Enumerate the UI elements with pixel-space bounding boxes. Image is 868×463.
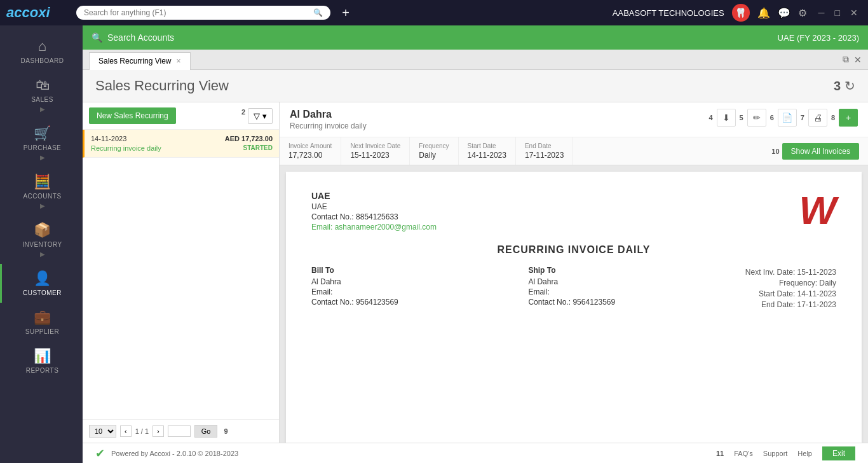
page-title: Sales Recurring View [95, 78, 229, 94]
page-info: 1 / 1 [135, 427, 149, 435]
show-all-invoices-button[interactable]: Show All Invoices [782, 143, 859, 160]
window-controls: ─ □ ✕ [815, 6, 862, 19]
tab-close-icon[interactable]: × [177, 57, 181, 66]
top-bar: accoxi 🔍 + AABASOFT TECHNOLOGIES 🦷 🔔 💬 ⚙… [0, 0, 868, 25]
step-6-label: 6 [770, 114, 774, 121]
step-5-label: 5 [740, 114, 743, 121]
detail-title: Al Dahra [290, 109, 367, 120]
ship-to-name: Al Dahra [528, 277, 745, 286]
fiscal-year-label: UAE (FY 2023 - 2023) [778, 33, 859, 43]
download-button[interactable]: ⬇ [717, 109, 736, 127]
reports-icon: 📊 [34, 348, 51, 364]
search-accounts-area[interactable]: 🔍 Search Accounts [92, 32, 174, 43]
refresh-button[interactable]: ↻ [844, 78, 855, 93]
sidebar-item-inventory[interactable]: 📦 INVENTORY ▶ [0, 216, 83, 264]
invoice-amount-value: 17,723.00 [288, 151, 332, 160]
tab-label: Sales Recurring View [98, 57, 172, 66]
pdf-icon: 📄 [782, 113, 792, 123]
sidebar-item-purchase[interactable]: 🛒 PURCHASE ▶ [0, 119, 83, 167]
invoice-start-date: Start Date: 14-11-2023 [745, 289, 836, 298]
invoice-from-contact: Contact No.: 8854125633 [311, 212, 437, 221]
sidebar-label-sales: SALES [31, 96, 53, 103]
page-header-right: 3 ↻ [834, 78, 855, 93]
invoice-from-country: UAE [311, 202, 437, 211]
invoice-logo: W [799, 191, 836, 230]
dashboard-icon: ⌂ [38, 38, 46, 55]
settings-icon[interactable]: ⚙ [798, 7, 807, 19]
list-item[interactable]: 14-11-2023 AED 17,723.00 Recurring invoi… [83, 130, 279, 158]
sidebar-label-accounts: ACCOUNTS [23, 193, 61, 200]
bell-icon[interactable]: 🔔 [757, 7, 770, 19]
step-2-label: 2 [241, 108, 245, 124]
invoice-preview: UAE UAE Contact No.: 8854125633 Email: a… [280, 165, 868, 443]
support-link[interactable]: Support [763, 450, 788, 457]
end-date-cell: End Date 17-11-2023 [516, 137, 573, 165]
prev-page-button[interactable]: ‹ [120, 425, 132, 437]
start-date-label: Start Date [468, 142, 506, 149]
sales-recurring-tab[interactable]: Sales Recurring View × [89, 52, 191, 70]
footer-powered-by: Powered by Accoxi - 2.0.10 © 2018-2023 [111, 450, 238, 457]
sidebar-item-supplier[interactable]: 💼 SUPPLIER [0, 303, 83, 342]
faqs-link[interactable]: FAQ's [734, 450, 753, 457]
customer-icon: 👤 [34, 270, 51, 287]
invoice-next-inv-date: Next Inv. Date: 15-11-2023 [745, 268, 836, 277]
main-layout: ⌂ DASHBOARD 🛍 SALES ▶ 🛒 PURCHASE ▶ 🧮 ACC… [0, 25, 868, 463]
start-date-cell: Start Date 14-11-2023 [459, 137, 516, 165]
frequency-label: Frequency [419, 142, 449, 149]
footer-left: ✔ Powered by Accoxi - 2.0.10 © 2018-2023 [95, 446, 238, 460]
add-button[interactable]: + [839, 109, 858, 127]
pdf-button[interactable]: 📄 [778, 109, 797, 127]
end-date-label: End Date [525, 142, 564, 149]
ship-to-column: Ship To Al Dahra Email: Contact No.: 956… [528, 266, 745, 309]
tab-close-button[interactable]: ✕ [854, 54, 862, 65]
help-link[interactable]: Help [797, 450, 812, 457]
next-page-button[interactable]: › [153, 425, 164, 437]
search-input[interactable] [84, 8, 309, 17]
invoice-from: UAE UAE Contact No.: 8854125633 Email: a… [311, 191, 437, 232]
frequency-value: Daily [419, 151, 449, 160]
sidebar-item-reports[interactable]: 📊 REPORTS [0, 342, 83, 380]
sidebar-label-dashboard: DASHBOARD [21, 57, 64, 64]
exit-button[interactable]: Exit [822, 446, 855, 460]
sidebar-item-sales[interactable]: 🛍 SALES ▶ [0, 71, 83, 119]
search-container: 🔍 [76, 6, 330, 20]
edit-icon: ✏ [753, 113, 761, 123]
list-item-name: Recurring invoice daily [91, 144, 161, 152]
list-panel-header: New Sales Recurring 2 ▽ ▾ [83, 102, 279, 130]
invoice-from-company: UAE [311, 191, 437, 201]
list-panel: New Sales Recurring 2 ▽ ▾ 14-11-2023 AED [83, 102, 280, 443]
company-logo-button[interactable]: 🦷 [732, 4, 750, 22]
inventory-expand-icon: ▶ [40, 251, 45, 258]
sidebar-item-dashboard[interactable]: ⌂ DASHBOARD [0, 32, 83, 71]
supplier-icon: 💼 [34, 309, 51, 326]
close-button[interactable]: ✕ [846, 6, 862, 19]
filter-button[interactable]: ▽ ▾ [248, 108, 273, 124]
page-size-select[interactable]: 10 25 50 [89, 425, 116, 438]
new-sales-recurring-button[interactable]: New Sales Recurring [89, 107, 176, 124]
sidebar-item-customer[interactable]: 👤 CUSTOMER [0, 264, 83, 303]
frequency-cell: Frequency Daily [410, 137, 458, 165]
sidebar: ⌂ DASHBOARD 🛍 SALES ▶ 🛒 PURCHASE ▶ 🧮 ACC… [0, 25, 83, 463]
detail-subtitle: Recurring invoice daily [290, 121, 367, 130]
print-button[interactable]: 🖨 [808, 109, 827, 127]
add-tab-button[interactable]: + [337, 4, 355, 22]
tab-restore-button[interactable]: ⧉ [843, 54, 849, 65]
detail-title-area: Al Dahra Recurring invoice daily [290, 109, 367, 130]
chat-icon[interactable]: 💬 [778, 7, 790, 19]
go-button[interactable]: Go [194, 425, 218, 438]
invoice-from-email: Email: ashanameer2000@gmail.com [311, 223, 437, 232]
minimize-button[interactable]: ─ [815, 6, 829, 19]
page-jump-input[interactable] [168, 425, 191, 437]
app-logo: accoxi [6, 4, 70, 21]
maximize-button[interactable]: □ [831, 6, 844, 19]
add-icon: + [846, 113, 851, 123]
edit-button[interactable]: ✏ [747, 109, 766, 127]
footer-right: 11 FAQ's Support Help Exit [716, 446, 855, 460]
sidebar-label-customer: CUSTOMER [23, 289, 62, 296]
sidebar-label-inventory: INVENTORY [22, 241, 62, 248]
content-area: 🔍 Search Accounts UAE (FY 2023 - 2023) S… [83, 25, 868, 463]
ship-to-label: Ship To [528, 266, 745, 275]
inventory-icon: 📦 [34, 222, 51, 238]
search-accounts-label: Search Accounts [107, 32, 174, 43]
sidebar-item-accounts[interactable]: 🧮 ACCOUNTS ▶ [0, 167, 83, 216]
